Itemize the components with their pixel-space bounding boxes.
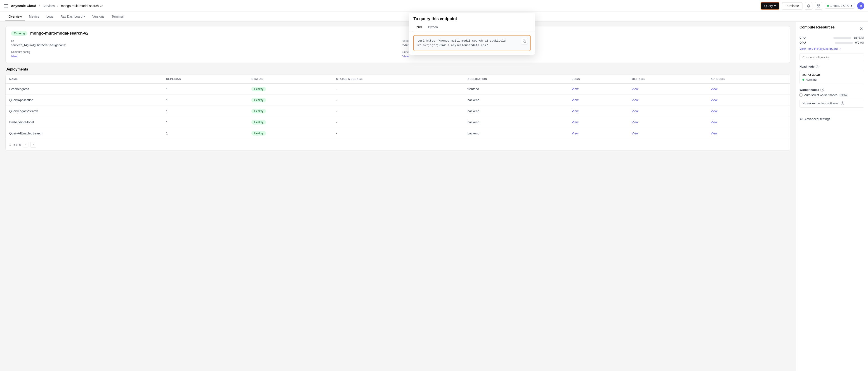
meta-id: ID service2_14g2wdg5bd25b3795d2gdn4t2z [11, 39, 393, 47]
breadcrumb-service-name: mongo-multi-modal-search-v2 [61, 4, 103, 8]
worker-config-box: No worker nodes configured ? [800, 99, 864, 107]
table-row: EmbeddingModel 1 Healthy - backend View … [6, 117, 790, 128]
cpu-label: CPU [800, 36, 806, 39]
cell-application: frontend [464, 83, 568, 95]
worker-config-help-icon[interactable]: ? [841, 101, 844, 105]
cell-status-message: - [333, 83, 464, 95]
cell-logs[interactable]: View [568, 106, 628, 117]
breadcrumb-services[interactable]: Services [42, 4, 55, 8]
popup-tab-python[interactable]: Python [425, 24, 441, 31]
query-button[interactable]: Query ▾ [761, 2, 779, 10]
cell-api-docs[interactable]: View [707, 95, 790, 106]
cell-metrics[interactable]: View [628, 83, 707, 95]
head-node-running-dot [802, 79, 804, 81]
cell-name: GradioIngress [6, 83, 162, 95]
popup-tabs: curl Python [409, 21, 535, 31]
svg-rect-1 [819, 4, 820, 6]
table-row: QueryAIEnabledSearch 1 Healthy - backend… [6, 128, 790, 139]
cell-api-docs[interactable]: View [707, 83, 790, 95]
compute-config-label: Compute config [11, 50, 393, 54]
head-node-label: Head node ? [800, 65, 864, 68]
auto-select-checkbox[interactable] [800, 94, 802, 97]
cell-name: QueryLegacySearch [6, 106, 162, 117]
col-application: APPLICATION [464, 75, 568, 83]
node-status-dot [827, 5, 829, 7]
cell-metrics[interactable]: View [628, 117, 707, 128]
service-title-row: Running mongo-multi-modal-search-v2 [11, 31, 784, 36]
cell-api-docs[interactable]: View [707, 117, 790, 128]
tab-overview[interactable]: Overview [5, 12, 25, 21]
head-node-card: 8CPU-32GB Running [800, 70, 864, 84]
tab-metrics[interactable]: Metrics [26, 12, 42, 21]
cell-application: backend [464, 128, 568, 139]
node-status-badge[interactable]: 1 node, 8 CPU ▾ [825, 3, 855, 9]
query-button-label: Query [764, 4, 773, 8]
sidebar-close-button[interactable]: ✕ [858, 26, 864, 32]
cell-metrics[interactable]: View [628, 95, 707, 106]
settings-icon[interactable] [815, 2, 822, 10]
copy-button[interactable] [521, 38, 528, 44]
deployments-section: Deployments NAME REPLICAS STATUS STATUS … [5, 67, 790, 150]
hamburger-menu[interactable] [4, 3, 9, 9]
cell-name: EmbeddingModel [6, 117, 162, 128]
cell-logs[interactable]: View [568, 83, 628, 95]
cell-metrics[interactable]: View [628, 128, 707, 139]
cell-logs[interactable]: View [568, 128, 628, 139]
popup-title: To query this endpoint [409, 13, 535, 21]
right-sidebar: Compute Resources ✕ CPU 5/8 63% GPU 0/0 … [796, 22, 868, 371]
deployments-table-wrapper: NAME REPLICAS STATUS STATUS MESSAGE APPL… [6, 75, 790, 139]
meta-compute-config: Compute config View [11, 50, 393, 58]
col-replicas: REPLICAS [162, 75, 248, 83]
cell-replicas: 1 [162, 106, 248, 117]
cell-metrics[interactable]: View [628, 106, 707, 117]
resource-gpu-row: GPU 0/0 0% [800, 41, 864, 44]
worker-nodes-help-icon[interactable]: ? [820, 88, 824, 92]
resource-cpu-row: CPU 5/8 63% [800, 36, 864, 39]
cell-name: QueryAIEnabledSearch [6, 128, 162, 139]
cell-status-message: - [333, 95, 464, 106]
table-row: GradioIngress 1 Healthy - frontend View … [6, 83, 790, 95]
cell-application: backend [464, 117, 568, 128]
chevron-down-icon-tab: ▾ [84, 15, 85, 18]
popup-tab-curl[interactable]: curl [413, 24, 425, 31]
service-meta: ID service2_14g2wdg5bd25b3795d2gdn4t2z V… [11, 39, 784, 58]
tab-logs[interactable]: Logs [43, 12, 56, 21]
cpu-progress-bar [833, 37, 851, 39]
svg-rect-4 [524, 41, 526, 42]
head-node-help-icon[interactable]: ? [816, 65, 819, 68]
col-name: NAME [6, 75, 162, 83]
cell-application: backend [464, 95, 568, 106]
prev-page-button[interactable]: ‹ [23, 142, 29, 147]
id-value: service2_14g2wdg5bd25b3795d2gdn4t2z [11, 43, 393, 47]
gpu-percent: 0% [860, 41, 864, 44]
tab-ray-dashboard[interactable]: Ray Dashboard ▾ [57, 12, 88, 21]
next-page-button[interactable]: › [30, 142, 36, 147]
advanced-settings-row[interactable]: ⚙ Advanced settings [800, 114, 864, 121]
cpu-percent: 63% [859, 36, 864, 39]
notifications-icon[interactable] [805, 2, 812, 10]
cell-logs[interactable]: View [568, 117, 628, 128]
svg-rect-0 [817, 4, 818, 6]
cell-api-docs[interactable]: View [707, 106, 790, 117]
svg-rect-3 [817, 6, 818, 7]
advanced-settings-label: Advanced settings [804, 117, 830, 121]
auto-select-label: Auto-select worker nodes [804, 93, 837, 97]
cell-api-docs[interactable]: View [707, 128, 790, 139]
head-node-type: 8CPU-32GB [802, 73, 862, 77]
terminate-button[interactable]: Terminate [782, 2, 802, 9]
deployments-table: NAME REPLICAS STATUS STATUS MESSAGE APPL… [6, 75, 790, 139]
table-row: QueryApplication 1 Healthy - backend Vie… [6, 95, 790, 106]
cell-status-message: - [333, 117, 464, 128]
cell-status: Healthy [248, 95, 333, 106]
table-header: NAME REPLICAS STATUS STATUS MESSAGE APPL… [6, 75, 790, 83]
user-avatar[interactable]: M [857, 2, 864, 9]
compute-config-link[interactable]: View [11, 55, 18, 58]
custom-config-input[interactable] [800, 54, 864, 61]
tab-versions[interactable]: Versions [89, 12, 107, 21]
ray-dashboard-link[interactable]: View more in Ray Dashboard → [800, 47, 864, 50]
left-content: Running mongo-multi-modal-search-v2 ID s… [0, 22, 796, 371]
tab-terminal[interactable]: Terminal [108, 12, 127, 21]
cell-logs[interactable]: View [568, 95, 628, 106]
col-api-docs: API DOCS [707, 75, 790, 83]
service-config-link[interactable]: View [402, 55, 409, 58]
